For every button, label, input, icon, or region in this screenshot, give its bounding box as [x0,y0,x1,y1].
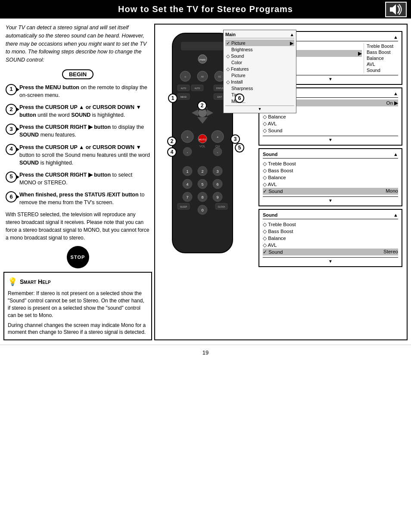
step-overlay-2: 2 [197,101,207,110]
svg-rect-2 [181,42,224,50]
small-menu-row-2: Brightness [225,46,294,53]
svg-text:STATUS: STATUS [216,87,223,90]
svg-text:2: 2 [201,169,203,174]
step-num-4: 4 [6,144,17,155]
step-text-4: Press the CURSOR UP ▲ or CURSOR DOWN ▼ b… [19,143,150,167]
svg-text:3: 3 [216,169,218,174]
step-overlay-1: 1 [168,93,177,103]
step-text-2: Press the CURSOR UP ▲ or CURSOR DOWN ▼ b… [19,103,150,119]
svg-text:+: + [187,135,189,139]
svg-text:6: 6 [216,182,218,187]
small-menu-row-3: ◇ Sound [225,53,294,59]
page-number: 19 [202,349,209,356]
page-title: How to Set the TV for Stereo Programs [118,4,293,14]
stop-badge: STOP [67,246,89,268]
small-menu-row-7: ◇ Install [225,78,294,85]
svg-text:AUTO: AUTO [181,87,187,90]
menu-box-1-sub-2: Bass Boost [367,49,398,55]
step-num-3: 3 [6,124,17,135]
small-menu-row-1: ✓ Picture▶ [225,40,294,46]
svg-text:-: - [217,150,218,154]
svg-text:1: 1 [186,169,188,174]
step-4: 4 Press the CURSOR UP ▲ or CURSOR DOWN ▼… [3,143,152,167]
menu-box-1-sub-1: Treble Boost [367,43,398,49]
menu-box-3: Sound ▲ ◇ Treble Boost ◇ Bass Boost ◇ Ba… [258,148,402,206]
small-menu-row-6: Picture [225,72,294,78]
svg-text:⊙: ⊙ [184,75,186,78]
svg-text:AV: AV [201,75,204,78]
menu-box-3-row-3: ◇ Balance [263,174,398,181]
svg-text:-: - [187,150,188,154]
page-header: How to Set the TV for Stereo Programs [0,0,411,19]
sound-icon [385,2,407,17]
step-overlay-4a: 2 [167,137,177,146]
step-overlay-5: 5 [235,143,244,152]
smart-help-box: 💡 Smart Help Remember: If stereo is not … [3,272,152,340]
remote-and-menus: Main ▲ ✓ Picture▶ Brightness ◇ Sound Col… [159,29,402,279]
step-overlay-6: 6 [235,93,244,103]
begin-badge: BEGIN [62,69,93,79]
svg-text:PWR: PWR [199,59,206,61]
stereo-description: With STEREO selected, the television wil… [3,211,152,242]
page-footer: 19 [0,345,411,360]
smart-help-text1: Remember: If stereo is not present on a … [8,290,148,319]
svg-text:CLOCK: CLOCK [218,205,225,208]
menu-box-1-sub-5: Sound [367,67,398,73]
menu-box-3-row-4: ◇ AVL [263,181,398,188]
step-text-5: Press the CURSOR RIGHT ▶ button to selec… [19,171,150,187]
svg-text:4: 4 [186,182,188,187]
content-area: Your TV can detect a stereo signal and w… [0,24,411,340]
small-menu-footer: ▼ [225,106,294,111]
intro-text: Your TV can detect a stereo signal and w… [3,24,152,64]
step-5: 5 Press the CURSOR RIGHT ▶ button to sel… [3,171,152,187]
menu-box-1-sub-4: AVL [367,61,398,67]
menu-box-3-row-2: ◇ Bass Boost [263,167,398,174]
menu-box-4-row-2: ◇ Bass Boost [263,228,398,235]
svg-text:AUTO: AUTO [195,87,200,90]
right-section: Main ▲ ✓ Picture▶ Brightness ◇ Sound Col… [154,24,408,340]
menu-box-4-row-1: ◇ Treble Boost [263,221,398,228]
menu-box-3-header: Sound ▲ [263,152,398,159]
smart-help-title: 💡 Smart Help [8,276,148,287]
step-6: 6 When finished, press the STATUS /EXIT … [3,191,152,206]
menu-box-4-footer [263,257,398,264]
svg-text:7: 7 [186,195,188,199]
step-3: 3 Press the CURSOR RIGHT ▶ button to dis… [3,123,152,139]
step-text-1: Press the MENU button on the remote to d… [19,84,150,99]
svg-text:CC: CC [218,75,221,78]
svg-text:SLEEP: SLEEP [180,205,187,208]
menu-box-2-footer [263,136,398,142]
step-text-3: Press the CURSOR RIGHT ▶ button to displ… [19,123,150,139]
svg-text:EXIT: EXIT [217,96,222,98]
menu-box-1-sub-3: Balance [367,55,398,61]
main-menu-overlay: Main ▲ ✓ Picture▶ Brightness ◇ Sound Col… [223,30,296,113]
step-num-5: 5 [6,171,17,183]
menu-box-3-row-1: ◇ Treble Boost [263,160,398,167]
svg-text:VOL: VOL [199,145,206,148]
step-overlay-3: 3 [230,134,240,144]
step-num-2: 2 [6,104,17,115]
svg-text:9: 9 [216,195,218,199]
svg-text:0: 0 [201,208,203,212]
menu-box-4-row-5: ✓ SoundStereo [263,249,398,255]
step-overlay-4b: 4 [167,147,177,157]
menu-box-3-footer [263,196,398,203]
menu-box-4-header: Sound ▲ [263,212,398,219]
small-menu-header: Main ▲ [225,32,294,38]
smart-help-text2: During channel changes the screen may in… [8,322,148,336]
bulb-icon: 💡 [8,276,17,287]
step-1: 1 Press the MENU button on the remote to… [3,84,152,99]
menu-box-3-row-5: ✓ SoundMono [263,188,398,195]
left-section: Your TV can detect a stereo signal and w… [3,24,152,340]
small-menu-row-8: Sharpness [225,85,294,91]
step-num-6: 6 [6,191,17,202]
svg-text:+: + [217,135,219,139]
svg-text:5: 5 [201,182,203,187]
step-num-1: 1 [6,84,17,95]
menu-box-2-row-4: ◇ AVL [263,120,398,127]
svg-text:MUTE: MUTE [199,138,206,141]
menu-box-4-row-3: ◇ Balance [263,235,398,242]
svg-marker-0 [390,4,396,15]
step-text-6: When finished, press the STATUS /EXIT bu… [19,191,150,206]
menu-box-4: Sound ▲ ◇ Treble Boost ◇ Bass Boost ◇ Ba… [258,209,402,267]
